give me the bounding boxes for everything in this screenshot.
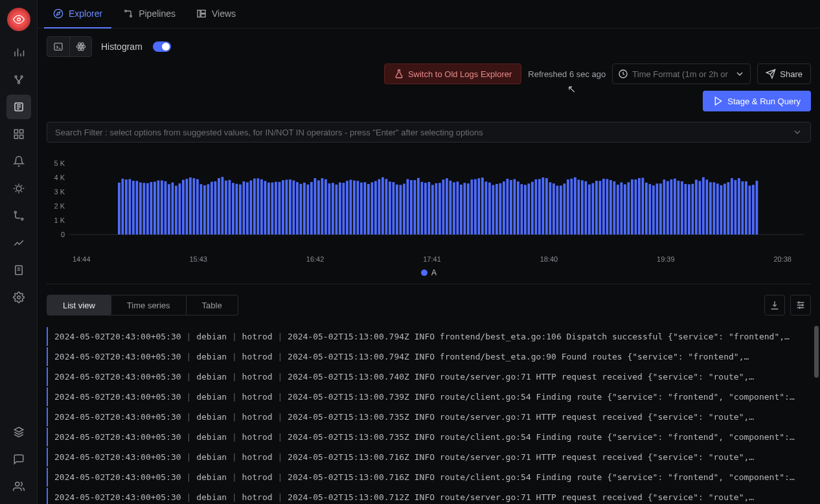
- view-tabs: List view Time series Table: [47, 295, 238, 315]
- log-row[interactable]: 2024-05-02T20:43:00+05:30 | debian | hot…: [47, 387, 811, 406]
- sidebar-item-billing[interactable]: [6, 258, 31, 282]
- log-host: debian: [196, 432, 227, 442]
- route-icon: [13, 210, 25, 222]
- run-query-button[interactable]: Stage & Run Query: [703, 91, 811, 111]
- view-tab-table[interactable]: Table: [187, 295, 238, 315]
- svg-rect-56: [222, 177, 224, 235]
- svg-rect-185: [681, 181, 683, 235]
- log-msg: 2024-05-02T15:13:00.716Z INFO route/serv…: [288, 452, 754, 462]
- sidebar-item-team[interactable]: [6, 474, 31, 499]
- chart-legend: A: [47, 263, 811, 280]
- svg-rect-76: [293, 181, 295, 235]
- log-sep: |: [187, 472, 192, 482]
- svg-rect-193: [709, 182, 712, 235]
- svg-rect-118: [442, 179, 445, 235]
- svg-rect-36: [150, 182, 153, 235]
- view-tab-time-series[interactable]: Time series: [111, 295, 187, 315]
- y-tick: 0: [61, 231, 65, 238]
- chart-canvas[interactable]: 5 K 4 K 3 K 2 K 1 K 0: [47, 157, 811, 254]
- svg-rect-79: [303, 183, 306, 235]
- columns-button[interactable]: [790, 295, 811, 315]
- y-tick: 4 K: [54, 174, 65, 181]
- sidebar-item-exceptions[interactable]: [6, 176, 31, 201]
- log-row[interactable]: 2024-05-02T20:43:00+05:30 | debian | hot…: [47, 468, 811, 487]
- log-row[interactable]: 2024-05-02T20:43:00+05:30 | debian | hot…: [47, 407, 811, 426]
- svg-rect-113: [424, 183, 427, 235]
- histogram-toggle[interactable]: [153, 41, 171, 52]
- y-tick: 5 K: [54, 159, 65, 167]
- tab-pipelines[interactable]: Pipelines: [114, 0, 185, 29]
- log-sep: |: [187, 412, 192, 422]
- svg-rect-203: [745, 181, 747, 235]
- raw-query-button[interactable]: [69, 37, 91, 56]
- sidebar-item-settings[interactable]: [6, 285, 31, 310]
- sidebar-item-layers[interactable]: [6, 420, 31, 444]
- log-row[interactable]: 2024-05-02T20:43:00+05:30 | debian | hot…: [47, 448, 811, 466]
- log-sep: |: [232, 352, 237, 361]
- sidebar-item-dashboards[interactable]: [6, 122, 31, 146]
- y-tick: 2 K: [54, 202, 65, 210]
- log-row[interactable]: 2024-05-02T20:43:00+05:30 | debian | hot…: [47, 327, 811, 346]
- flask-icon: [394, 69, 404, 79]
- log-row[interactable]: 2024-05-02T20:43:00+05:30 | debian | hot…: [47, 428, 811, 446]
- scrollbar-thumb[interactable]: [814, 326, 819, 378]
- search-filter-input[interactable]: Search Filter : select options from sugg…: [47, 122, 811, 143]
- svg-point-9: [16, 186, 21, 191]
- svg-rect-67: [260, 179, 263, 235]
- download-button[interactable]: [764, 295, 785, 315]
- svg-rect-164: [606, 179, 609, 235]
- time-format-input[interactable]: [632, 69, 731, 79]
- view-tab-label: List view: [63, 301, 95, 310]
- svg-rect-119: [446, 178, 448, 235]
- sidebar-item-metrics[interactable]: [6, 40, 31, 65]
- svg-rect-29: [125, 179, 128, 235]
- tab-label: Pipelines: [139, 8, 176, 19]
- log-sep: |: [232, 392, 237, 402]
- logs-icon: [13, 101, 25, 113]
- svg-rect-205: [752, 185, 755, 235]
- log-svc: hotrod: [242, 492, 273, 502]
- svg-rect-75: [289, 179, 291, 235]
- svg-rect-135: [503, 181, 505, 235]
- view-tab-list[interactable]: List view: [47, 295, 111, 315]
- switch-old-explorer-button[interactable]: Switch to Old Logs Explorer: [384, 63, 521, 84]
- svg-rect-125: [467, 183, 470, 235]
- svg-rect-47: [189, 178, 192, 235]
- svg-rect-62: [243, 181, 245, 235]
- log-row[interactable]: 2024-05-02T20:43:00+05:30 | debian | hot…: [47, 347, 811, 366]
- query-builder-button[interactable]: [47, 37, 69, 56]
- svg-rect-98: [371, 182, 374, 235]
- svg-rect-142: [528, 183, 530, 235]
- svg-rect-175: [645, 183, 648, 235]
- sidebar-item-alerts[interactable]: [6, 149, 31, 174]
- sidebar-item-chat[interactable]: [6, 447, 31, 472]
- share-button[interactable]: Share: [757, 63, 811, 84]
- sidebar-item-usage[interactable]: [6, 231, 31, 255]
- sidebar-item-services[interactable]: [6, 203, 31, 228]
- app-logo[interactable]: [7, 8, 30, 31]
- log-row[interactable]: 2024-05-02T20:43:00+05:30 | debian | hot…: [47, 367, 811, 386]
- tab-views[interactable]: Views: [187, 0, 245, 29]
- svg-rect-21: [54, 43, 62, 51]
- svg-rect-46: [186, 179, 188, 235]
- svg-rect-197: [723, 184, 726, 235]
- svg-point-14: [15, 482, 19, 486]
- log-list[interactable]: 2024-05-02T20:43:00+05:30 | debian | hot…: [38, 323, 820, 504]
- svg-rect-166: [613, 181, 616, 235]
- log-sep: |: [277, 432, 282, 442]
- sidebar-item-traces[interactable]: [6, 67, 31, 92]
- log-msg: 2024-05-02T15:13:00.735Z INFO route/clie…: [288, 432, 795, 442]
- log-svc: hotrod: [242, 332, 273, 341]
- time-range-picker[interactable]: [612, 63, 751, 84]
- tab-explorer[interactable]: Explorer: [44, 0, 111, 29]
- x-axis-labels: 14:44 15:43 16:42 17:41 18:40 19:39 20:3…: [47, 254, 811, 263]
- log-sep: |: [232, 452, 237, 462]
- svg-rect-151: [560, 185, 562, 235]
- log-row[interactable]: 2024-05-02T20:43:00+05:30 | debian | hot…: [47, 488, 811, 504]
- svg-rect-172: [635, 179, 637, 235]
- svg-rect-177: [652, 185, 655, 235]
- log-sep: |: [277, 352, 282, 361]
- toolbar-row2: Switch to Old Logs Explorer Refreshed 6 …: [38, 57, 820, 91]
- sidebar-item-logs[interactable]: [6, 95, 31, 119]
- tab-label: Explorer: [69, 8, 102, 19]
